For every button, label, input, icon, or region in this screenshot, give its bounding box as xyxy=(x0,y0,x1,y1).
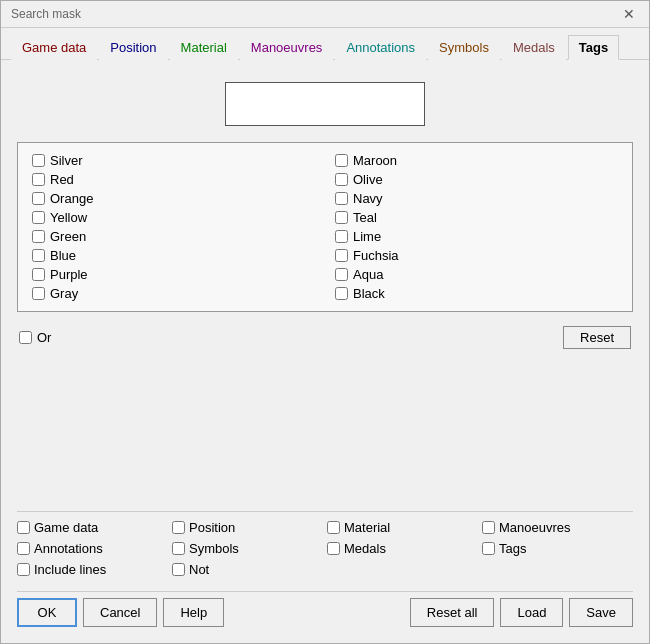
color-checkbox-silver[interactable] xyxy=(32,154,45,167)
color-label-navy: Navy xyxy=(353,191,383,206)
color-checkbox-black[interactable] xyxy=(335,287,348,300)
bottom-check-item-game-data-check: Game data xyxy=(17,520,168,535)
color-item-olive: Olive xyxy=(335,172,618,187)
bottom-label-not-check: Not xyxy=(189,562,209,577)
tab-game-data[interactable]: Game data xyxy=(11,35,97,60)
bottom-checkbox-position-check[interactable] xyxy=(172,521,185,534)
bottom-checkbox-include-lines-check[interactable] xyxy=(17,563,30,576)
color-label-purple: Purple xyxy=(50,267,88,282)
bottom-label-manoeuvres-check: Manoeuvres xyxy=(499,520,571,535)
tab-medals[interactable]: Medals xyxy=(502,35,566,60)
bottom-checkbox-tags-check[interactable] xyxy=(482,542,495,555)
tab-annotations[interactable]: Annotations xyxy=(335,35,426,60)
color-checkbox-orange[interactable] xyxy=(32,192,45,205)
color-label-silver: Silver xyxy=(50,153,83,168)
color-item-fuchsia: Fuchsia xyxy=(335,248,618,263)
color-label-aqua: Aqua xyxy=(353,267,383,282)
load-button[interactable]: Load xyxy=(500,598,563,627)
color-item-gray: Gray xyxy=(32,286,315,301)
color-label-green: Green xyxy=(50,229,86,244)
color-item-red: Red xyxy=(32,172,315,187)
or-reset-row: Or Reset xyxy=(17,322,633,353)
tab-tags[interactable]: Tags xyxy=(568,35,619,60)
color-checkbox-olive[interactable] xyxy=(335,173,348,186)
color-item-black: Black xyxy=(335,286,618,301)
color-item-green: Green xyxy=(32,229,315,244)
bottom-label-symbols-check: Symbols xyxy=(189,541,239,556)
color-checkbox-purple[interactable] xyxy=(32,268,45,281)
bottom-check-item-material-check: Material xyxy=(327,520,478,535)
colors-panel: Silver Maroon Red Olive Orange Navy Yell… xyxy=(17,142,633,312)
tab-bar: Game dataPositionMaterialManoeuvresAnnot… xyxy=(1,28,649,60)
search-input-area xyxy=(17,72,633,132)
color-label-teal: Teal xyxy=(353,210,377,225)
bottom-checkboxes: Game data Position Material Manoeuvres A… xyxy=(17,511,633,581)
color-label-red: Red xyxy=(50,172,74,187)
or-text: Or xyxy=(37,330,51,345)
bottom-check-item-medals-check: Medals xyxy=(327,541,478,556)
ok-button[interactable]: OK xyxy=(17,598,77,627)
color-item-lime: Lime xyxy=(335,229,618,244)
color-item-blue: Blue xyxy=(32,248,315,263)
or-label-area: Or xyxy=(19,330,51,345)
help-button[interactable]: Help xyxy=(163,598,224,627)
color-label-blue: Blue xyxy=(50,248,76,263)
color-checkbox-green[interactable] xyxy=(32,230,45,243)
color-checkbox-blue[interactable] xyxy=(32,249,45,262)
bottom-checkbox-medals-check[interactable] xyxy=(327,542,340,555)
action-buttons-left: OK Cancel Help xyxy=(17,598,224,627)
save-button[interactable]: Save xyxy=(569,598,633,627)
bottom-label-position-check: Position xyxy=(189,520,235,535)
color-label-lime: Lime xyxy=(353,229,381,244)
bottom-checkbox-annotations-check[interactable] xyxy=(17,542,30,555)
color-item-teal: Teal xyxy=(335,210,618,225)
title-bar: Search mask ✕ xyxy=(1,1,649,28)
action-buttons-right: Reset all Load Save xyxy=(410,598,633,627)
bottom-check-item-annotations-check: Annotations xyxy=(17,541,168,556)
bottom-checkbox-material-check[interactable] xyxy=(327,521,340,534)
bottom-check-item-symbols-check: Symbols xyxy=(172,541,323,556)
bottom-label-tags-check: Tags xyxy=(499,541,526,556)
color-label-orange: Orange xyxy=(50,191,93,206)
bottom-checkbox-symbols-check[interactable] xyxy=(172,542,185,555)
reset-all-button[interactable]: Reset all xyxy=(410,598,495,627)
color-label-gray: Gray xyxy=(50,286,78,301)
color-checkbox-red[interactable] xyxy=(32,173,45,186)
close-button[interactable]: ✕ xyxy=(619,7,639,21)
tag-search-input[interactable] xyxy=(225,82,425,126)
color-checkbox-navy[interactable] xyxy=(335,192,348,205)
color-item-yellow: Yellow xyxy=(32,210,315,225)
color-checkbox-teal[interactable] xyxy=(335,211,348,224)
bottom-checkbox-not-check[interactable] xyxy=(172,563,185,576)
color-label-black: Black xyxy=(353,286,385,301)
bottom-label-medals-check: Medals xyxy=(344,541,386,556)
color-item-maroon: Maroon xyxy=(335,153,618,168)
color-checkbox-yellow[interactable] xyxy=(32,211,45,224)
color-checkbox-gray[interactable] xyxy=(32,287,45,300)
reset-button[interactable]: Reset xyxy=(563,326,631,349)
or-checkbox[interactable] xyxy=(19,331,32,344)
tab-material[interactable]: Material xyxy=(170,35,238,60)
color-checkbox-lime[interactable] xyxy=(335,230,348,243)
bottom-checkbox-game-data-check[interactable] xyxy=(17,521,30,534)
tab-content: Silver Maroon Red Olive Orange Navy Yell… xyxy=(1,60,649,643)
color-checkbox-maroon[interactable] xyxy=(335,154,348,167)
bottom-label-include-lines-check: Include lines xyxy=(34,562,106,577)
tab-manoeuvres[interactable]: Manoeuvres xyxy=(240,35,334,60)
cancel-button[interactable]: Cancel xyxy=(83,598,157,627)
tab-position[interactable]: Position xyxy=(99,35,167,60)
bottom-label-annotations-check: Annotations xyxy=(34,541,103,556)
color-label-olive: Olive xyxy=(353,172,383,187)
bottom-label-game-data-check: Game data xyxy=(34,520,98,535)
tab-symbols[interactable]: Symbols xyxy=(428,35,500,60)
color-label-fuchsia: Fuchsia xyxy=(353,248,399,263)
color-checkbox-fuchsia[interactable] xyxy=(335,249,348,262)
bottom-checkbox-manoeuvres-check[interactable] xyxy=(482,521,495,534)
color-label-yellow: Yellow xyxy=(50,210,87,225)
color-item-silver: Silver xyxy=(32,153,315,168)
color-checkbox-aqua[interactable] xyxy=(335,268,348,281)
color-item-aqua: Aqua xyxy=(335,267,618,282)
main-window: Search mask ✕ Game dataPositionMaterialM… xyxy=(0,0,650,644)
bottom-check-item-include-lines-check: Include lines xyxy=(17,562,168,577)
bottom-check-item-not-check: Not xyxy=(172,562,323,577)
